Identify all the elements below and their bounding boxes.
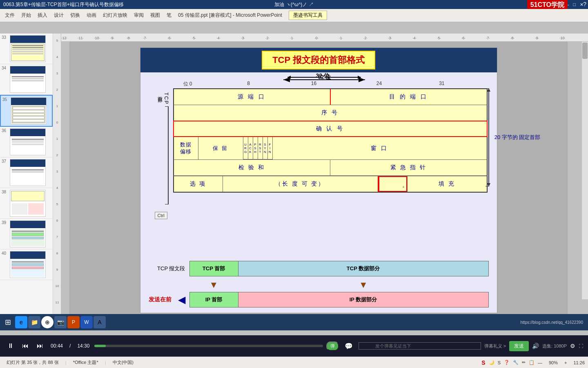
ip-packet-box: IP 首部 IP 数据部分 xyxy=(189,292,489,307)
bullet-button[interactable]: 💬 xyxy=(342,341,355,351)
menu-file[interactable]: 文件 xyxy=(2,10,18,20)
svg-text:·2·: ·2· xyxy=(265,36,270,40)
svg-text:·6·: ·6· xyxy=(167,36,172,40)
vertical-scrollbar[interactable] xyxy=(582,42,588,299)
ctrl-button[interactable]: Ctrl xyxy=(155,212,167,219)
help-icon[interactable]: ? xyxy=(583,1,586,7)
slide-thumb-40[interactable]: 40 xyxy=(0,249,53,280)
slide-area: TCP 报文段的首部格式 32 位 位 0 xyxy=(69,42,568,319)
volume-icon[interactable]: 🔊 xyxy=(532,343,539,349)
packet-diagram: Ctrl TCP 报文段 TCP 首部 TCP 数据部分 ▼ ▼ xyxy=(149,261,489,307)
play-pause-button[interactable]: ⏸ xyxy=(5,341,16,350)
bit32-annotation: 32 位 xyxy=(279,75,369,86)
svg-text:·7·: ·7· xyxy=(486,36,490,40)
svg-text:·3·: ·3· xyxy=(241,36,245,40)
slide-thumb-34[interactable]: 34 xyxy=(0,64,53,95)
taskbar-camera[interactable]: 📷 xyxy=(54,316,67,328)
status-help[interactable]: ❓ xyxy=(504,360,510,365)
fullscreen-icon[interactable]: ⛶ xyxy=(579,343,583,348)
arrows-container: ▼ ▼ xyxy=(189,280,489,290)
taskbar-file[interactable]: 📁 xyxy=(28,316,40,328)
slide-thumb-36[interactable]: 36 xyxy=(0,127,53,157)
scrollbar-thumb[interactable] xyxy=(582,43,588,59)
zoom-level: 90% xyxy=(546,360,561,365)
clock: 11:26 xyxy=(573,360,585,365)
title-bar: 0063.第5章+传输层-TCP首部+端口序号确认号数据偏移 加油 ヽ(^ω^)… xyxy=(0,0,588,9)
tcp-header-cell: TCP 首部 xyxy=(189,261,238,276)
total-time: 14:30 xyxy=(77,343,89,349)
status-copy: 📋 xyxy=(529,360,535,365)
slide-thumb-38[interactable]: 38 xyxy=(0,188,53,219)
tcp-label-container: TCP首部 xyxy=(153,88,173,204)
tcp-row-6: 选 项 （长 度 可 变） + 填 充 xyxy=(173,176,488,193)
menu-pen[interactable]: 笔 xyxy=(163,10,175,20)
tcp-header-diagram: 位 0 8 16 24 31 TCP首部 xyxy=(153,81,488,204)
maximize-button[interactable]: □ xyxy=(572,2,577,7)
cell-empty-red: + xyxy=(379,176,407,192)
tcp-segment-label: TCP 报文段 xyxy=(149,265,185,272)
slide-header: TCP 报文段的首部格式 xyxy=(140,48,497,72)
menu-switch[interactable]: 切换 xyxy=(67,10,83,20)
progress-bar[interactable] xyxy=(94,345,323,347)
menu-design[interactable]: 设计 xyxy=(51,10,67,20)
menu-home[interactable]: 开始 xyxy=(18,10,34,20)
bullet-badge[interactable]: 弹 xyxy=(326,341,339,351)
menu-insert[interactable]: 插入 xyxy=(34,10,51,20)
svg-text:10: 10 xyxy=(56,284,59,288)
taskbar-ppt[interactable]: P xyxy=(67,316,80,328)
menu-review[interactable]: 审阅 xyxy=(131,10,147,20)
send-button[interactable]: 发送 xyxy=(509,341,529,351)
prev-button[interactable]: ⏮ xyxy=(20,341,31,350)
status-zoom: — xyxy=(538,360,542,365)
tcp-row-3: 确 认 号 xyxy=(173,121,488,137)
taskbar-url: https://blog.csdn.net/qq_41622390 xyxy=(521,320,583,325)
slide-thumb-39[interactable]: 39 xyxy=(0,219,53,249)
status-pencil: ✏ xyxy=(522,360,526,365)
current-time: 00:44 xyxy=(51,343,63,349)
theme-info: *Office 主题* xyxy=(70,359,102,366)
svg-text:4: 4 xyxy=(56,186,58,190)
next-button[interactable]: ⏭ xyxy=(34,341,46,350)
menu-view[interactable]: 视图 xyxy=(147,10,163,20)
svg-text:·7·: ·7· xyxy=(143,36,147,40)
menu-slideshow[interactable]: 幻灯片放映 xyxy=(100,10,131,20)
flag-fin: FIN xyxy=(268,137,272,159)
cell-ack: 确 认 号 xyxy=(174,121,487,137)
ip-header-cell: IP 首部 xyxy=(189,292,238,307)
resolution-label[interactable]: 选集: 1080P xyxy=(542,343,567,349)
taskbar-ie[interactable]: e xyxy=(15,316,27,328)
start-button[interactable]: ⊞ xyxy=(2,316,14,328)
zoom-in[interactable]: + xyxy=(564,360,567,365)
cell-checksum: 检 验 和 xyxy=(174,160,331,175)
tcp-segment-row: TCP 报文段 TCP 首部 TCP 数据部分 xyxy=(149,261,489,276)
svg-text:·2·: ·2· xyxy=(363,36,368,40)
slide-thumb-37[interactable]: 37 xyxy=(0,157,53,188)
bullet-input[interactable] xyxy=(359,342,481,350)
svg-text:·0·: ·0· xyxy=(314,36,318,40)
cell-data-offset: 数据偏移 xyxy=(174,137,198,159)
svg-text:5: 5 xyxy=(56,202,58,206)
svg-text:6: 6 xyxy=(56,219,58,222)
svg-text:2: 2 xyxy=(56,153,58,157)
cell-reserved: 保 留 xyxy=(198,137,243,159)
slide-thumb-33[interactable]: 33 xyxy=(0,34,53,64)
svg-text:8: 8 xyxy=(56,251,58,255)
tab-ink-tools[interactable]: 墨迹书写工具 xyxy=(289,11,327,20)
svg-text:·8·: ·8· xyxy=(510,36,514,40)
cell-dst-port: 目 的 端 口 xyxy=(331,89,487,105)
slide-info: 幻灯片 第 35 张，共 88 张 xyxy=(3,359,62,366)
svg-marker-51 xyxy=(487,88,490,92)
flag-rst: RST xyxy=(258,137,263,159)
svg-text:·6·: ·6· xyxy=(461,36,466,40)
svg-text:·1·: ·1· xyxy=(290,36,294,40)
svg-text:9: 9 xyxy=(56,268,58,272)
slide-thumb-35[interactable]: 35 xyxy=(0,95,53,127)
taskbar: ⊞ e 📁 ⊕ 📷 P W A https://blog.csdn.net/qq… xyxy=(0,314,588,330)
menu-animation[interactable]: 动画 xyxy=(83,10,100,20)
ceremony-button[interactable]: 弹幕礼义 > xyxy=(484,343,506,349)
taskbar-word[interactable]: W xyxy=(80,316,93,328)
taskbar-chrome[interactable]: ⊕ xyxy=(41,316,53,328)
taskbar-app[interactable]: A xyxy=(94,316,106,328)
slide-content: TCP 报文段的首部格式 32 位 位 0 xyxy=(140,47,497,313)
settings-icon[interactable]: ⚙ xyxy=(570,343,575,349)
